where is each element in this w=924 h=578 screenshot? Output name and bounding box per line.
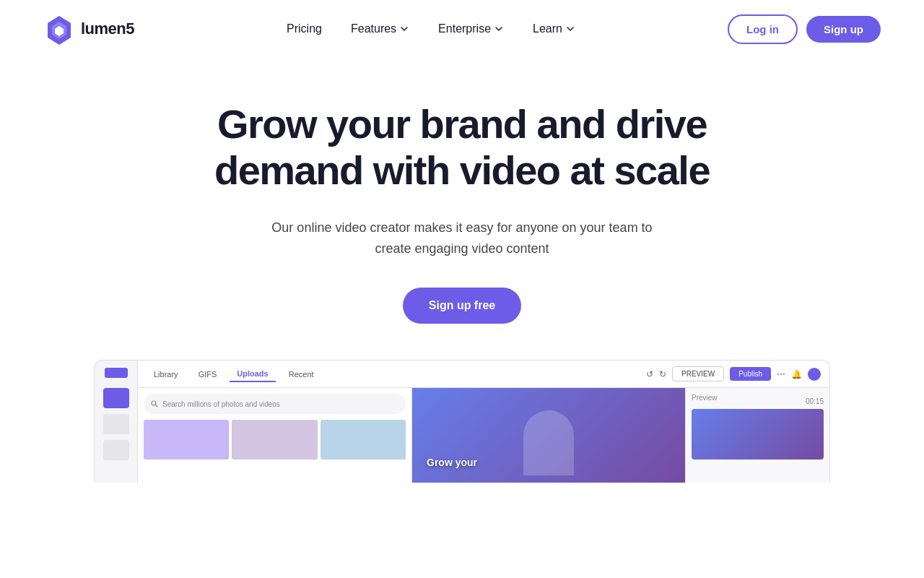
screenshot-topbar: Library GIFS Uploads Recent ↺ ↻ PREVIEW … bbox=[138, 361, 829, 388]
sc-preview-thumbnail bbox=[692, 409, 824, 460]
signup-free-button[interactable]: Sign up free bbox=[403, 288, 521, 324]
lumen5-logo-icon bbox=[43, 13, 75, 45]
sc-grid-item-2 bbox=[232, 420, 317, 460]
sc-redo-icon: ↻ bbox=[659, 369, 666, 379]
sc-more-icon: ⋯ bbox=[777, 369, 785, 379]
screenshot-left-panel: Search millions of photos and videos bbox=[138, 388, 412, 483]
enterprise-chevron-icon bbox=[494, 24, 504, 34]
logo-link[interactable]: lumen5 bbox=[43, 13, 134, 45]
sc-tab-gifs: GIFS bbox=[191, 367, 225, 381]
sc-topbar-right: ↺ ↻ PREVIEW Publish ⋯ 🔔 bbox=[646, 366, 821, 381]
screenshot-sidebar bbox=[95, 361, 138, 483]
sc-sidebar-story bbox=[103, 388, 129, 408]
sc-publish-button: Publish bbox=[730, 367, 771, 381]
login-button[interactable]: Log in bbox=[728, 14, 798, 44]
sc-grid-item-3 bbox=[321, 420, 406, 460]
sc-sidebar-media bbox=[103, 414, 129, 434]
sc-tab-uploads: Uploads bbox=[230, 366, 275, 382]
sc-sidebar-other bbox=[103, 440, 129, 460]
sc-avatar bbox=[808, 368, 821, 381]
sc-video-frame bbox=[412, 388, 685, 483]
sc-preview-button: PREVIEW bbox=[672, 366, 724, 381]
sc-tab-recent: Recent bbox=[282, 367, 321, 381]
sc-logo bbox=[105, 368, 128, 378]
screenshot-video-area: Grow your bbox=[412, 388, 685, 483]
navbar: lumen5 Pricing Features Enterprise Learn bbox=[0, 0, 924, 58]
sc-timer: 00:15 bbox=[806, 397, 824, 405]
sc-video-overlay-text: Grow your bbox=[427, 457, 477, 468]
hero-subtext: Our online video creator makes it easy f… bbox=[260, 217, 664, 259]
sc-media-grid bbox=[144, 420, 406, 460]
nav-enterprise[interactable]: Enterprise bbox=[427, 15, 515, 43]
sc-search-bar: Search millions of photos and videos bbox=[144, 394, 406, 414]
svg-line-4 bbox=[156, 405, 158, 407]
screenshot-main: Library GIFS Uploads Recent ↺ ↻ PREVIEW … bbox=[138, 361, 829, 483]
learn-chevron-icon bbox=[565, 24, 575, 34]
hero-section: Grow your brand and drive demand with vi… bbox=[0, 58, 924, 512]
sc-undo-icon: ↺ bbox=[646, 369, 653, 379]
sc-bell-icon: 🔔 bbox=[791, 369, 802, 379]
nav-learn[interactable]: Learn bbox=[521, 15, 587, 43]
sc-video-content: Grow your bbox=[412, 388, 685, 483]
nav-actions: Log in Sign up bbox=[728, 14, 881, 44]
nav-links: Pricing Features Enterprise Learn bbox=[275, 15, 587, 43]
sc-grid-item-1 bbox=[144, 420, 229, 460]
sc-preview-label: Preview bbox=[692, 394, 718, 402]
sc-search-text: Search millions of photos and videos bbox=[162, 400, 280, 408]
app-screenshot-preview: Library GIFS Uploads Recent ↺ ↻ PREVIEW … bbox=[94, 360, 830, 483]
nav-pricing[interactable]: Pricing bbox=[275, 15, 334, 43]
sc-tab-library: Library bbox=[147, 367, 186, 381]
screenshot-right-panel: Preview 00:15 bbox=[685, 388, 829, 483]
logo-text: lumen5 bbox=[81, 20, 134, 38]
signup-button[interactable]: Sign up bbox=[806, 16, 881, 43]
screenshot-content: Search millions of photos and videos bbox=[138, 388, 829, 483]
features-chevron-icon bbox=[399, 24, 409, 34]
hero-heading: Grow your brand and drive demand with vi… bbox=[214, 101, 710, 194]
nav-features[interactable]: Features bbox=[339, 15, 421, 43]
